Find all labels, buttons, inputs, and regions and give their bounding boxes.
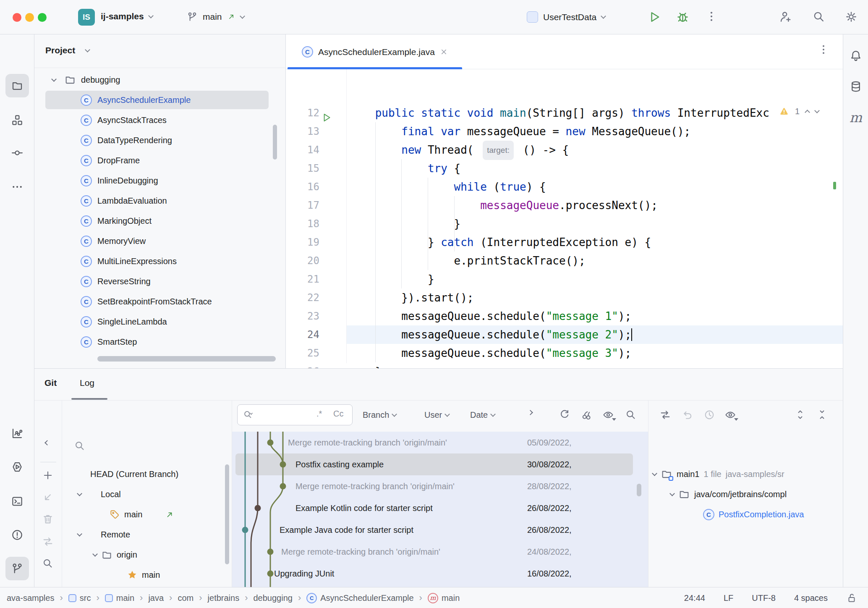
lock-open-icon[interactable] [846,592,857,603]
tree-item[interactable]: CInlineDebugging [34,170,285,191]
debug-button[interactable] [676,10,690,24]
search-icon[interactable] [42,558,53,569]
filter-date[interactable]: Date [470,401,495,429]
editor-options-button[interactable] [818,44,829,55]
project-vertical-scrollbar[interactable] [273,125,277,160]
close-tab-icon[interactable] [440,48,448,56]
compare-icon[interactable] [42,536,54,548]
commit-row[interactable]: Upgrading JUnit16/08/2022, [232,563,648,584]
rollback-icon[interactable] [682,409,693,421]
breadcrumb-item[interactable]: debugging [254,593,293,603]
line-separator[interactable]: LF [724,593,733,603]
endpoints-tool-button[interactable] [5,422,29,445]
more-actions-button[interactable] [705,10,718,23]
breadcrumb-item[interactable]: src [68,593,91,603]
branches-vertical-scrollbar[interactable] [225,464,229,564]
maven-tool-button[interactable]: m [844,106,868,129]
tree-root-row[interactable]: debugging [34,70,285,90]
settings-button[interactable] [844,10,858,24]
project-widget[interactable]: ij-samples [101,11,153,21]
editor-tab[interactable]: C AsyncSchedulerExample.java [288,34,462,69]
chevron-down-icon[interactable] [77,531,82,537]
tree-item[interactable]: CSingleLineLambda [34,312,285,332]
chevron-down-icon[interactable] [85,47,90,52]
chevron-down-icon[interactable] [652,471,657,476]
tree-item[interactable]: CMemoryView [34,231,285,251]
tree-item[interactable]: CSetBreakpointFromStackTrace [34,291,285,312]
commit-row[interactable]: Example Java code for starter script26/0… [232,519,648,541]
branch-row-head-current-branch-[interactable]: HEAD (Current Branch) [90,464,178,484]
more-filters-chevron[interactable] [528,410,533,415]
commit-row[interactable]: Merge remote-tracking branch 'origin/mai… [232,475,648,497]
more-tools-button[interactable] [5,175,29,199]
line-number[interactable]: 23 [294,307,319,325]
indent-style[interactable]: 4 spaces [794,593,828,603]
inspection-widget[interactable]: 1 [779,106,819,116]
tree-item[interactable]: CReverseString [34,271,285,291]
services-tool-button[interactable] [5,455,29,479]
regex-toggle[interactable]: .* [316,409,322,419]
line-number[interactable]: 24 [294,325,319,344]
breadcrumb-item[interactable]: main [105,593,134,603]
git-window-title[interactable]: Git [44,378,57,388]
tree-item[interactable]: CMultiLineExpressions [34,251,285,271]
line-number[interactable]: 15 [294,159,319,178]
line-number[interactable]: 22 [294,288,319,307]
line-number[interactable]: 21 [294,270,319,288]
commit-tool-button[interactable] [5,141,29,165]
branch-row-origin[interactable]: origin [93,545,137,565]
tree-item[interactable]: CAsyncStackTraces [34,110,285,130]
search-filter-icon[interactable] [243,409,254,421]
zoom-window-button[interactable] [38,13,47,22]
close-window-button[interactable] [13,13,21,22]
chevron-down-icon[interactable] [814,108,820,113]
collapse-all-icon[interactable] [816,409,828,420]
line-number[interactable]: 18 [294,215,319,233]
breadcrumb-item[interactable]: mmain [428,593,460,603]
chevron-down-icon[interactable] [51,76,57,82]
breadcrumb-item[interactable]: ava-samples [7,593,54,603]
collapse-panel-icon[interactable] [44,440,50,446]
cherry-pick-icon[interactable] [580,409,592,421]
add-icon[interactable] [42,469,54,481]
line-number[interactable]: 13 [294,122,319,141]
tab-log[interactable]: Log [80,378,94,388]
history-icon[interactable] [703,409,715,421]
branch-row-main[interactable]: main [109,504,174,524]
tree-item[interactable]: CAsyncSchedulerExample [34,90,285,110]
chevron-down-icon[interactable] [92,551,98,557]
terminal-tool-button[interactable] [5,490,29,513]
delete-icon[interactable] [42,513,54,525]
checkout-icon[interactable] [42,491,54,503]
structure-tool-button[interactable] [5,108,29,132]
line-number[interactable]: 20 [294,252,319,270]
breadcrumb-item[interactable]: CAsyncSchedulerExample [306,593,413,603]
minimize-window-button[interactable] [25,13,34,22]
branch-row-remote[interactable]: Remote [78,524,130,545]
line-number[interactable]: 25 [294,344,319,362]
filter-user[interactable]: User [424,401,449,429]
project-horizontal-scrollbar[interactable] [97,356,276,362]
caret-position[interactable]: 24:44 [684,593,705,603]
project-tool-button[interactable] [5,74,29,97]
run-configuration-widget[interactable]: UserTestData [527,11,605,23]
chevron-down-icon[interactable] [77,491,82,496]
breadcrumb-item[interactable]: jetbrains [208,593,240,603]
vcs-branch-widget[interactable]: main [187,11,244,22]
code-with-me-button[interactable] [779,10,792,24]
file-encoding[interactable]: UTF-8 [752,593,776,603]
breadcrumb-item[interactable]: java [148,593,164,603]
problems-tool-button[interactable] [5,523,29,547]
breadcrumb-item[interactable]: com [178,593,193,603]
go-to-hash-icon[interactable] [625,409,636,420]
line-number[interactable]: 16 [294,178,319,196]
tree-item[interactable]: CSmartStep [34,332,285,352]
chevron-down-icon[interactable] [669,491,675,496]
version-control-tool-button[interactable] [5,557,29,580]
tree-item[interactable]: CDataTypeRendering [34,130,285,150]
line-number[interactable]: 12 [294,104,319,122]
changelist-row[interactable]: main1 1 file java-samples/sr [653,464,784,484]
changed-file-row[interactable]: C PostfixCompletion.java [703,504,804,524]
compare-icon[interactable] [659,409,671,421]
commit-row[interactable]: Merge remote-tracking branch 'origin/mai… [232,541,648,563]
